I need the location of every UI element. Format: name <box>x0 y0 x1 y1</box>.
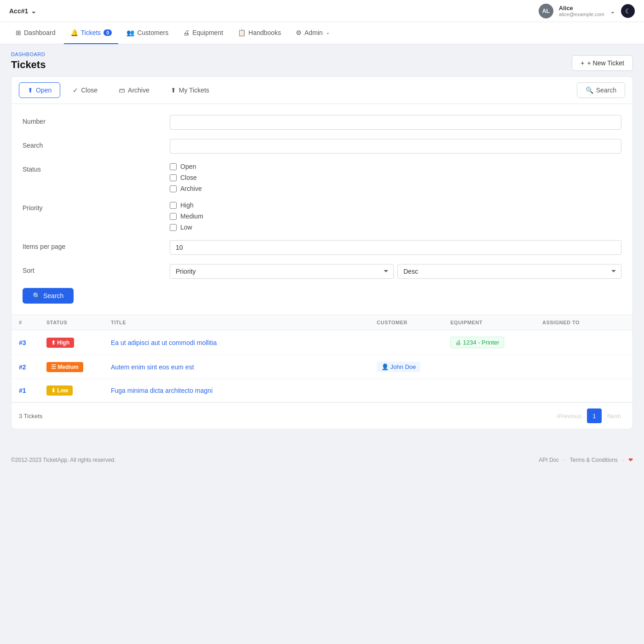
priority-low-checkbox[interactable]: Low <box>170 224 621 231</box>
theme-toggle-button[interactable]: ☾ <box>621 4 635 18</box>
ticket-status-3: ⬆ High <box>46 338 111 348</box>
table-row: #2 ☰ Medium Autem enim sint eos eum est … <box>12 355 632 379</box>
status-close-input[interactable] <box>170 174 177 181</box>
filter-bar: ⬆ Open ✓ Close 🗃 Archive ⬆ My Tickets 🔍 … <box>11 76 633 104</box>
pagination-next-button[interactable]: Next › <box>604 408 625 423</box>
nav-item-admin[interactable]: ⚙ Admin ⌄ <box>289 22 336 44</box>
nav-item-equipment[interactable]: 🖨 Equipment <box>177 22 230 44</box>
nav-item-handbooks[interactable]: 📋 Handbooks <box>231 22 288 44</box>
filter-search-button[interactable]: 🔍 Search <box>577 82 625 98</box>
status-archive-checkbox[interactable]: Archive <box>170 185 621 192</box>
search-text-input[interactable] <box>170 139 621 154</box>
priority-medium-input[interactable] <box>170 213 177 220</box>
ticket-num-1[interactable]: #1 <box>19 387 46 394</box>
new-ticket-plus-icon: + <box>581 59 584 67</box>
search-filter-icon: 🔍 <box>586 86 593 94</box>
footer-separator-2: · <box>622 457 624 463</box>
number-input[interactable] <box>170 115 621 130</box>
filter-open-button[interactable]: ⬆ Open <box>19 82 60 98</box>
number-field-wrapper <box>170 115 621 130</box>
footer: ©2012-2023 TicketApp. All rights reserve… <box>0 448 644 472</box>
next-label: Next <box>607 413 620 420</box>
priority-low-input[interactable] <box>170 224 177 231</box>
dashboard-icon: ⊞ <box>16 29 21 36</box>
customers-icon: 👥 <box>126 29 134 36</box>
user-email: alice@example.com <box>559 12 604 17</box>
priority-medium-checkbox[interactable]: Medium <box>170 213 621 220</box>
user-name: Alice <box>559 5 604 12</box>
items-per-page-label: Items per page <box>23 240 170 250</box>
pagination-previous-button[interactable]: ‹ Previous <box>552 408 585 423</box>
filter-close-button[interactable]: ✓ Close <box>64 82 106 98</box>
filter-search-label: Search <box>596 86 616 94</box>
footer-right: API Doc · Terms & Conditions · ❤ <box>539 457 633 463</box>
account-chevron: ⌄ <box>31 7 36 15</box>
nav-label-equipment: Equipment <box>192 29 223 36</box>
page-title-block: DASHBOARD Tickets <box>11 52 46 71</box>
status-close-label: Close <box>180 174 197 181</box>
table-row: #1 ⬇ Low Fuga minima dicta architecto ma… <box>12 379 632 402</box>
sort-dir-select[interactable]: Desc Asc <box>397 264 621 279</box>
ticket-num-3[interactable]: #3 <box>19 339 46 346</box>
footer-terms-link[interactable]: Terms & Conditions <box>570 457 618 463</box>
footer-separator-1: · <box>564 457 565 463</box>
items-per-page-input[interactable] <box>170 240 621 255</box>
form-row-number: Number <box>23 115 621 130</box>
search-submit-button[interactable]: 🔍 Search <box>23 288 74 304</box>
handbooks-icon: 📋 <box>238 29 246 36</box>
search-btn-icon: 🔍 <box>33 292 40 299</box>
status-open-checkbox[interactable]: Open <box>170 163 621 170</box>
new-ticket-label: + New Ticket <box>587 59 624 67</box>
nav-item-tickets[interactable]: 🔔 Tickets 0 <box>64 22 119 44</box>
status-open-input[interactable] <box>170 163 177 170</box>
ticket-title-2[interactable]: Autem enim sint eos eum est <box>111 363 377 371</box>
ticket-title-1[interactable]: Fuga minima dicta architecto magni <box>111 387 377 394</box>
filter-my-tickets-button[interactable]: ⬆ My Tickets <box>162 82 218 98</box>
nav-label-customers: Customers <box>137 29 168 36</box>
pagination-bar: 3 Tickets ‹ Previous 1 Next › <box>11 402 633 429</box>
priority-high-input[interactable] <box>170 202 177 209</box>
my-tickets-icon: ⬆ <box>171 86 176 94</box>
topbar: Acc#1 ⌄ AL Alice alice@example.com ⌄ ☾ <box>0 0 644 22</box>
search-btn-label: Search <box>43 292 63 299</box>
col-header-equipment: EQUIPMENT <box>450 320 542 325</box>
search-panel: Number Search Status Open Close <box>11 104 633 315</box>
topbar-right: AL Alice alice@example.com ⌄ ☾ <box>539 4 635 18</box>
filter-archive-button[interactable]: 🗃 Archive <box>110 82 158 98</box>
sort-by-select[interactable]: Priority Number Title Status <box>170 264 394 279</box>
priority-low-label: Low <box>180 224 192 231</box>
account-selector[interactable]: Acc#1 ⌄ <box>9 7 36 15</box>
tickets-icon: 🔔 <box>70 29 78 36</box>
close-icon: ✓ <box>73 86 78 94</box>
pagination-total: 3 Tickets <box>19 413 42 420</box>
nav-label-handbooks: Handbooks <box>248 29 281 36</box>
priority-badge-medium: ☰ Medium <box>46 362 83 372</box>
equipment-badge[interactable]: 🖨 1234 - Printer <box>450 337 504 348</box>
chevron-right-icon: › <box>620 413 621 420</box>
status-close-checkbox[interactable]: Close <box>170 174 621 181</box>
status-archive-input[interactable] <box>170 185 177 192</box>
pagination-page-1-button[interactable]: 1 <box>587 408 602 423</box>
new-ticket-button[interactable]: + + New Ticket <box>572 55 633 71</box>
status-label: Status <box>23 163 170 173</box>
col-header-assigned: ASSIGNED TO <box>542 320 625 325</box>
search-field-wrapper <box>170 139 621 154</box>
items-per-page-wrapper <box>170 240 621 255</box>
footer-api-doc-link[interactable]: API Doc <box>539 457 559 463</box>
navbar: ⊞ Dashboard 🔔 Tickets 0 👥 Customers 🖨 Eq… <box>0 22 644 44</box>
ticket-title-3[interactable]: Ea ut adipisci aut ut commodi mollitia <box>111 339 377 346</box>
priority-high-label: High <box>180 201 194 209</box>
ticket-num-2[interactable]: #2 <box>19 363 46 371</box>
status-archive-label: Archive <box>180 185 202 192</box>
priority-checkboxes: High Medium Low <box>170 201 621 231</box>
customer-badge[interactable]: 👤 John Doe <box>377 362 420 372</box>
sort-controls: Priority Number Title Status Desc Asc <box>170 264 621 279</box>
filter-archive-label: Archive <box>128 86 150 94</box>
tickets-table: # STATUS TITLE CUSTOMER EQUIPMENT ASSIGN… <box>11 315 633 402</box>
status-open-label: Open <box>180 163 196 170</box>
form-row-items-per-page: Items per page <box>23 240 621 255</box>
nav-item-customers[interactable]: 👥 Customers <box>120 22 175 44</box>
nav-item-dashboard[interactable]: ⊞ Dashboard <box>9 22 62 44</box>
priority-high-checkbox[interactable]: High <box>170 201 621 209</box>
page-header: DASHBOARD Tickets + + New Ticket <box>0 44 644 76</box>
